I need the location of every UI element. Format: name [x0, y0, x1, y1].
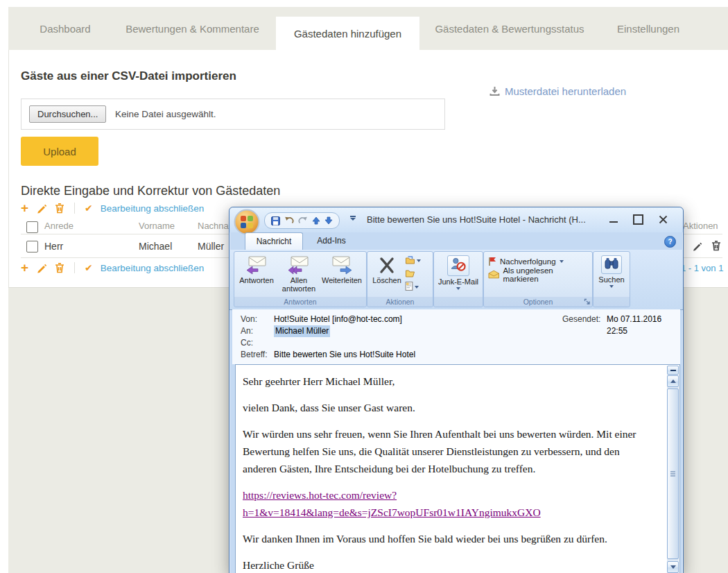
junk-email-button[interactable]: Junk-E-Mail [435, 252, 481, 290]
binoculars-search-icon [605, 257, 618, 269]
redo-icon[interactable] [298, 216, 308, 225]
review-link-line2: h=1&v=18414&lang=de&s=jZScI7wopUFsr01w1I… [243, 506, 541, 518]
previous-item-icon[interactable] [312, 216, 320, 225]
edit-pencil-icon[interactable] [36, 203, 47, 214]
group-label-aktionen: Aktionen [367, 297, 433, 307]
finish-editing-link[interactable]: Bearbeitung abschließen [101, 263, 204, 273]
ribbon-tab-strip: Nachricht Add-Ins ? [229, 232, 683, 250]
guest-table-heading: Direkte Eingabe und Korrektur von Gästed… [21, 184, 280, 198]
scrollbar-split-icon[interactable] [667, 366, 679, 375]
tab-gaestedaten-hinzufuegen[interactable]: Gästedaten hinzufügen [276, 17, 419, 50]
from-value: Hot!Suite Hotel [info@hot-tec.com] [274, 314, 402, 325]
thanks-line: vielen Dank, dass Sie unser Gast waren. [243, 399, 652, 416]
upload-label: Upload [43, 146, 76, 157]
search-label: Suchen [598, 275, 624, 284]
junk-email-icon [451, 257, 466, 271]
search-button[interactable]: Suchen [595, 252, 628, 288]
tab-einstellungen[interactable]: Einstellungen [614, 7, 683, 50]
scrollbar-thumb[interactable] [667, 388, 679, 559]
delete-label: Löschen [372, 276, 401, 284]
next-item-icon[interactable] [324, 216, 333, 225]
upload-button[interactable]: Upload [21, 137, 98, 166]
ribbon: Antworten Allen antworten [229, 250, 683, 310]
browse-button[interactable]: Durchsuchen... [29, 105, 106, 123]
scroll-up-icon[interactable] [667, 375, 679, 387]
mark-unread-label: Als ungelesen markieren [503, 266, 588, 283]
tab-label: Gästedaten hinzufügen [294, 28, 401, 40]
ribbon-group-optionen: Nachverfolgung Als ungelesen markieren O… [483, 251, 593, 307]
move-to-folder-button[interactable] [405, 254, 421, 266]
finish-check-icon: ✔ [85, 262, 93, 273]
review-link[interactable]: https://reviews.hot-tec.com/review?h=1&v… [243, 489, 541, 518]
cell-anrede: Herr [44, 234, 63, 258]
finish-check-icon: ✔ [85, 203, 93, 214]
ribbon-group-suchen: Suchen [593, 251, 630, 307]
delete-button[interactable]: Löschen [369, 253, 405, 292]
group-label-suchen [593, 297, 630, 307]
outro-line: Wir danken Ihnen im Voraus und hoffen Si… [243, 530, 652, 547]
closing-line: Herzliche Grüße [243, 559, 314, 571]
dropdown-caret [609, 285, 614, 288]
close-icon[interactable] [659, 215, 668, 224]
to-value[interactable]: Michael Müller [274, 325, 330, 337]
tab-label: Bewertungen & Kommentare [125, 23, 259, 35]
message-body[interactable]: Sehr geehrter Herr Michael Müller, viele… [235, 364, 680, 573]
maximize-icon[interactable] [633, 214, 643, 225]
ribbon-tab-nachricht[interactable]: Nachricht [245, 232, 303, 250]
other-actions-button[interactable] [405, 280, 421, 292]
add-row-icon[interactable]: + [21, 262, 28, 273]
finish-editing-link[interactable]: Bearbeitung abschließen [101, 203, 204, 214]
to-label: An: [241, 325, 253, 337]
office-button[interactable] [234, 209, 260, 235]
minimize-icon[interactable] [609, 221, 618, 223]
window-titlebar[interactable]: Bitte bewerten Sie uns Hot!Suite Hotel -… [229, 207, 683, 232]
group-label-optionen: Optionen [484, 297, 592, 307]
reply-label: Antworten [239, 276, 274, 284]
reply-button[interactable]: Antworten [236, 253, 277, 293]
mark-unread-button[interactable]: Als ungelesen markieren [488, 268, 588, 281]
delete-trash-icon[interactable] [55, 203, 64, 214]
subject-value: Bitte bewerten Sie uns Hot!Suite Hotel [274, 349, 415, 361]
add-row-icon[interactable]: + [21, 203, 28, 214]
delete-trash-icon[interactable] [55, 262, 64, 273]
select-all-checkbox[interactable] [26, 221, 38, 233]
greeting-line: Sehr geehrter Herr Michael Müller, [243, 373, 652, 390]
junk-label: Junk-E-Mail [438, 277, 478, 286]
save-icon[interactable] [271, 216, 280, 225]
search-icon-frame [601, 255, 622, 274]
row-checkbox[interactable] [26, 241, 38, 253]
help-icon[interactable]: ? [664, 236, 676, 248]
vertical-scrollbar[interactable] [667, 366, 679, 573]
toolbar-divider [74, 262, 75, 273]
scroll-down-icon[interactable] [667, 561, 679, 573]
ribbon-group-antworten: Antworten Allen antworten [234, 251, 367, 307]
tab-label: Dashboard [40, 23, 90, 35]
open-folder-icon [405, 269, 415, 277]
followup-label: Nachverfolgung [500, 257, 556, 266]
subject-label: Betreff: [241, 349, 267, 361]
dropdown-caret [415, 286, 419, 289]
sample-link-label: Musterdatei herunterladen [505, 85, 626, 97]
forward-button[interactable]: Weiterleiten [320, 253, 363, 293]
ribbon-tab-addins[interactable]: Add-Ins [307, 232, 356, 249]
sample-file-download-link[interactable]: Musterdatei herunterladen [489, 85, 626, 97]
dropdown-caret [417, 259, 421, 262]
tab-gaestedaten-bewertungsstatus[interactable]: Gästedaten & Bewertungsstatus [431, 7, 588, 50]
quick-access-toolbar [264, 212, 340, 229]
edit-pencil-icon[interactable] [36, 262, 47, 273]
open-folder-button[interactable] [405, 267, 421, 279]
row-delete-trash-icon[interactable] [711, 240, 721, 251]
cc-label: Cc: [241, 337, 253, 349]
tab-bewertungen-kommentare[interactable]: Bewertungen & Kommentare [118, 7, 267, 50]
row-edit-pencil-icon[interactable] [692, 241, 702, 251]
customize-qat-icon[interactable] [350, 216, 356, 221]
message-header-panel: Von: Hot!Suite Hotel [info@hot-tec.com] … [232, 309, 680, 364]
tab-dashboard[interactable]: Dashboard [32, 7, 98, 50]
dialog-launcher-icon[interactable] [584, 298, 591, 305]
move-folder-icon [405, 256, 415, 264]
reply-all-button[interactable]: Allen antworten [277, 253, 320, 293]
ribbon-group-junk: Junk-E-Mail [433, 251, 483, 307]
undo-icon[interactable] [284, 216, 294, 225]
message-body-text: Sehr geehrter Herr Michael Müller, viele… [236, 365, 664, 573]
table-toolbar-bottom: + ✔ Bearbeitung abschließen [21, 262, 204, 274]
